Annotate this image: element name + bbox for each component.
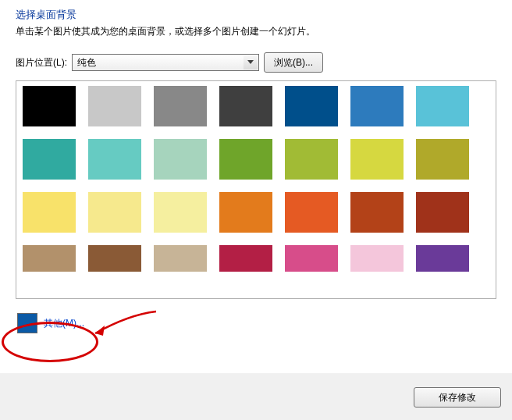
color-swatch[interactable] xyxy=(88,245,141,272)
color-swatch[interactable] xyxy=(23,192,76,233)
location-label: 图片位置(L): xyxy=(16,56,67,69)
color-swatch[interactable] xyxy=(88,139,141,180)
color-grid xyxy=(16,80,496,299)
color-swatch[interactable] xyxy=(219,245,272,272)
other-color-link[interactable]: 其他(M)... xyxy=(44,317,84,330)
color-swatch[interactable] xyxy=(285,86,338,126)
color-swatch[interactable] xyxy=(285,139,338,180)
color-swatch[interactable] xyxy=(350,86,404,126)
other-color-swatch[interactable] xyxy=(17,313,37,333)
color-swatch[interactable] xyxy=(416,192,469,233)
color-swatch[interactable] xyxy=(416,139,469,180)
browse-button[interactable]: 浏览(B)... xyxy=(264,52,323,73)
location-select-value: 纯色 xyxy=(77,56,96,69)
color-swatch[interactable] xyxy=(154,192,207,233)
color-swatch[interactable] xyxy=(219,139,272,180)
page-title: 选择桌面背景 xyxy=(16,8,496,22)
svg-marker-0 xyxy=(247,60,254,64)
location-select[interactable]: 纯色 xyxy=(72,54,259,71)
color-swatch[interactable] xyxy=(350,139,404,180)
color-swatch[interactable] xyxy=(219,86,272,126)
color-swatch[interactable] xyxy=(416,86,469,126)
color-swatch[interactable] xyxy=(154,86,207,126)
color-swatch[interactable] xyxy=(350,245,404,272)
color-swatch[interactable] xyxy=(23,139,76,180)
color-swatch[interactable] xyxy=(23,245,76,272)
color-swatch[interactable] xyxy=(219,192,272,233)
footer-bar: 保存修改 xyxy=(0,373,512,420)
color-swatch[interactable] xyxy=(154,139,207,180)
page-subtitle: 单击某个图片使其成为您的桌面背景，或选择多个图片创建一个幻灯片。 xyxy=(16,25,496,38)
color-swatch[interactable] xyxy=(23,86,76,126)
color-swatch[interactable] xyxy=(88,86,141,126)
save-button[interactable]: 保存修改 xyxy=(414,387,501,408)
color-swatch[interactable] xyxy=(285,192,338,233)
color-swatch[interactable] xyxy=(154,245,207,272)
color-swatch[interactable] xyxy=(285,245,338,272)
save-button-label: 保存修改 xyxy=(439,391,476,404)
color-swatch[interactable] xyxy=(88,192,141,233)
color-swatch[interactable] xyxy=(350,192,404,233)
color-swatch[interactable] xyxy=(416,245,469,272)
browse-button-label: 浏览(B)... xyxy=(274,56,313,69)
chevron-down-icon xyxy=(244,55,258,69)
